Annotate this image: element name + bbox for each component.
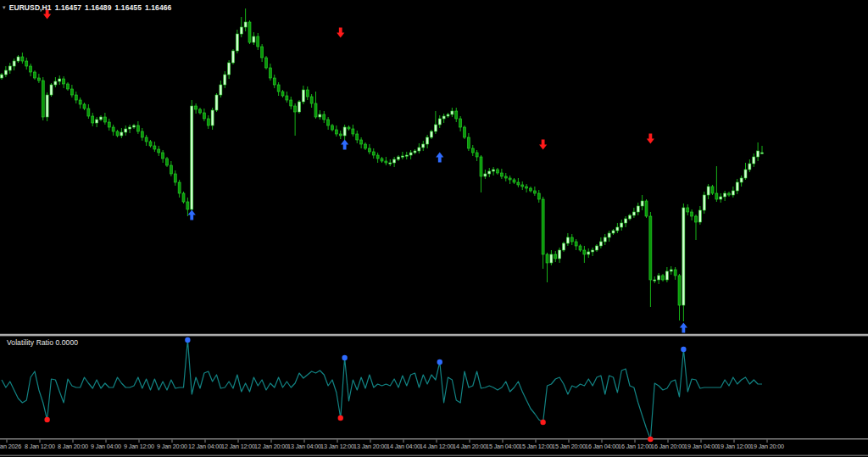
candle-bull [211, 110, 214, 125]
candle-bull [17, 57, 19, 61]
candle-bear [459, 119, 462, 127]
signal-arrow-down-icon [337, 28, 344, 38]
candle-bear [323, 114, 326, 120]
candle-bear [30, 66, 32, 72]
candle-bear [174, 174, 176, 182]
candle-bull [616, 227, 619, 231]
candle-bear [348, 127, 350, 129]
candle-bull [641, 201, 643, 206]
time-axis-label: 9 Jan 20:00 [157, 443, 187, 450]
time-axis-label: 12 Jan 20:00 [254, 443, 288, 450]
candle-bull [757, 151, 760, 157]
candle-bull [236, 34, 238, 51]
candle-bull [724, 193, 726, 197]
candle-bear [364, 144, 367, 148]
candle-bear [467, 137, 470, 148]
candle-bull [566, 237, 569, 243]
candle-bear [37, 78, 40, 81]
candle-bear [141, 131, 143, 137]
candle-bull [592, 250, 594, 252]
candle-bear [136, 125, 139, 131]
candle-bear [186, 202, 189, 209]
candle-bull [319, 114, 321, 117]
candle-bull [665, 271, 668, 280]
candle-bear [112, 127, 114, 131]
pane-separator[interactable] [0, 334, 868, 336]
candle-bear [455, 111, 458, 119]
candle-bear [87, 109, 90, 116]
quote-close: 1.16466 [145, 3, 171, 12]
candle-bear [674, 270, 676, 276]
time-axis-label: 12 Jan 04:00 [188, 443, 222, 450]
candle-bear [67, 84, 70, 89]
candle-bull [632, 212, 635, 215]
candle-bull [398, 157, 400, 159]
candle-bear [376, 155, 379, 159]
title-marker-icon: ▾ [3, 4, 6, 11]
signal-arrow-up-icon [341, 140, 348, 150]
candle-bear [70, 89, 73, 95]
candle-bear [645, 201, 648, 216]
candle-bull [120, 132, 123, 136]
candle-bull [608, 233, 610, 237]
candle-bear [306, 90, 309, 97]
candle-bear [533, 191, 536, 193]
candle-bull [431, 131, 433, 137]
time-axis-label: 19 Jan 12:00 [717, 443, 751, 450]
candle-bull [670, 270, 672, 271]
candle-bear [579, 246, 581, 250]
candle-bear [649, 216, 652, 280]
bottom-border [0, 455, 868, 456]
candle-bear [277, 85, 280, 92]
candle-bear [170, 165, 172, 174]
candle-bear [339, 134, 342, 136]
candle-bear [103, 117, 106, 122]
chart-canvas[interactable] [0, 0, 868, 457]
candle-bear [261, 47, 264, 58]
candle-bull [133, 125, 136, 127]
time-axis-label: 8 Jan 20:00 [58, 443, 88, 450]
candle-bull [620, 223, 623, 227]
candle-bull [389, 163, 392, 164]
candle-bull [563, 243, 565, 250]
candle-bull [96, 120, 98, 123]
volatility-ratio-line [2, 340, 762, 439]
candle-bear [335, 130, 337, 134]
time-axis-label: 16 Jan 12:00 [618, 443, 652, 450]
candle-bull [228, 63, 231, 75]
candle-bull [703, 195, 705, 210]
time-axis-label: 14 Jan 12:00 [420, 443, 453, 450]
signal-arrow-down-icon [539, 140, 547, 150]
pane-separator-shadow [0, 333, 868, 334]
candle-bear [203, 113, 205, 119]
candle-bull [740, 178, 743, 182]
signal-dot-blue [681, 347, 686, 352]
candle-bull [753, 157, 755, 164]
time-axis-label: 19 Jan 20:00 [750, 443, 784, 450]
candle-bull [244, 22, 247, 27]
candle-bull [343, 127, 346, 136]
candle-bear [368, 148, 370, 152]
candle-bull [401, 156, 403, 157]
signal-arrow-up-icon [436, 153, 443, 163]
candle-bull [414, 151, 416, 153]
time-axis-label: 12 Jan 12:00 [221, 443, 255, 450]
signal-dot-blue [342, 355, 347, 360]
candle-bull [682, 208, 685, 305]
candle-bear [464, 127, 466, 137]
candle-bull [8, 66, 11, 70]
time-axis-label: 16 Jan 04:00 [585, 443, 619, 450]
candle-bull [4, 70, 7, 75]
candle-bear [21, 57, 24, 61]
candle-bear [294, 106, 297, 112]
candle-bull [434, 125, 437, 131]
candle-bear [207, 119, 209, 125]
candle-bear [530, 188, 532, 191]
candle-bear [480, 157, 482, 176]
candle-bull [129, 127, 131, 129]
time-axis-label: 9 Jan 12:00 [124, 443, 154, 450]
candle-bear [116, 131, 119, 136]
candle-bull [559, 250, 561, 259]
candle-bull [550, 254, 553, 263]
candle-bull [58, 79, 61, 81]
